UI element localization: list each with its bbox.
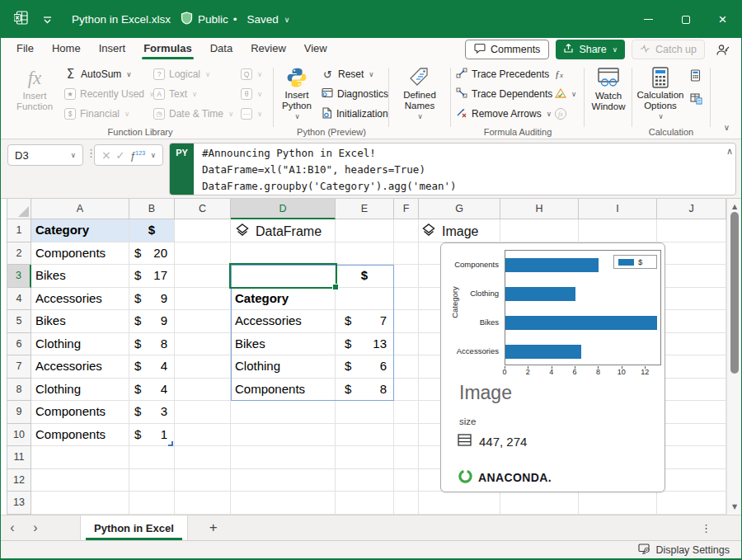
menu-tab-formulas[interactable]: Formulas bbox=[134, 38, 201, 61]
sheet-tab-python-in-excel[interactable]: Python in Excel bbox=[80, 515, 188, 541]
row-header-4[interactable]: 4 bbox=[7, 288, 31, 311]
col-header-H[interactable]: H bbox=[500, 199, 579, 219]
evaluate-formula-button[interactable]: fx bbox=[552, 105, 569, 123]
cell-F10[interactable] bbox=[394, 424, 419, 447]
cell-B5[interactable]: $9 bbox=[129, 310, 175, 333]
cell-F4[interactable] bbox=[394, 288, 419, 311]
scroll-up-button[interactable]: ▲ bbox=[727, 200, 741, 212]
cell-B13[interactable] bbox=[129, 492, 175, 515]
cell-E13[interactable] bbox=[336, 492, 394, 515]
menu-tab-view[interactable]: View bbox=[295, 38, 336, 61]
cell-D9[interactable] bbox=[231, 401, 336, 424]
cell-B2[interactable]: $20 bbox=[129, 242, 175, 266]
row-header-1[interactable]: 1 bbox=[7, 219, 31, 242]
cell-B1[interactable]: $ bbox=[129, 219, 175, 242]
insert-python-button[interactable]: Insert Python ∨ bbox=[276, 64, 317, 122]
cell-D2[interactable] bbox=[231, 242, 336, 266]
add-sheet-button[interactable]: + bbox=[209, 520, 218, 536]
cell-E1[interactable] bbox=[336, 219, 394, 242]
cell-H1[interactable] bbox=[500, 219, 579, 242]
menu-tab-file[interactable]: File bbox=[7, 38, 43, 61]
cell-I13[interactable] bbox=[579, 492, 657, 515]
trace-dependents-button[interactable]: Trace Dependents bbox=[453, 85, 555, 103]
cell-A1[interactable]: Category bbox=[31, 219, 129, 242]
close-button[interactable]: × bbox=[704, 1, 741, 38]
menu-tab-data[interactable]: Data bbox=[201, 38, 242, 61]
cell-E7[interactable]: $6 bbox=[336, 355, 394, 379]
cell-A11[interactable] bbox=[31, 446, 129, 469]
cell-B11[interactable] bbox=[129, 446, 175, 469]
math-trig-button[interactable]: θ ∨ bbox=[238, 85, 265, 103]
cell-F3[interactable] bbox=[394, 265, 419, 288]
date-time-button[interactable]: ◷ Date & Time ∨ bbox=[151, 105, 236, 123]
cell-D7[interactable]: Clothing bbox=[231, 355, 336, 379]
row-header-11[interactable]: 11 bbox=[7, 446, 31, 469]
cell-E2[interactable] bbox=[336, 242, 394, 266]
cell-E9[interactable] bbox=[336, 401, 394, 424]
cell-C5[interactable] bbox=[175, 310, 231, 333]
cell-C4[interactable] bbox=[175, 288, 231, 311]
cell-F6[interactable] bbox=[394, 333, 419, 356]
cell-A12[interactable] bbox=[31, 469, 129, 492]
cell-A10[interactable]: Components bbox=[31, 424, 129, 447]
select-all-corner[interactable] bbox=[7, 199, 31, 219]
cell-F13[interactable] bbox=[394, 492, 419, 515]
row-header-8[interactable]: 8 bbox=[7, 379, 31, 402]
cell-D11[interactable] bbox=[231, 446, 336, 469]
cell-D12[interactable] bbox=[231, 469, 336, 492]
save-status-caret-icon[interactable]: ∨ bbox=[284, 16, 290, 24]
cell-E12[interactable] bbox=[336, 469, 394, 492]
financial-button[interactable]: $ Financial ∨ bbox=[62, 105, 132, 123]
reset-button[interactable]: ↺ Reset ∨ bbox=[319, 65, 377, 83]
cell-A13[interactable] bbox=[31, 492, 129, 515]
cell-A4[interactable]: Accessories bbox=[31, 288, 129, 311]
calculate-now-button[interactable] bbox=[688, 68, 703, 86]
remove-arrows-button[interactable]: Remove Arrows ∨ bbox=[453, 105, 554, 123]
python-output-caret-icon[interactable]: ∨ bbox=[151, 151, 156, 159]
cell-D4[interactable]: Category bbox=[231, 288, 336, 311]
row-header-10[interactable]: 10 bbox=[7, 424, 31, 447]
cell-C2[interactable] bbox=[175, 242, 231, 266]
cell-J2[interactable] bbox=[657, 242, 726, 266]
display-settings-button[interactable]: Display Settings bbox=[638, 541, 730, 559]
python-output-menu-button[interactable]: ƒ123 bbox=[129, 149, 145, 162]
row-header-9[interactable]: 9 bbox=[7, 401, 31, 424]
cell-E11[interactable] bbox=[336, 446, 394, 469]
cell-B3[interactable]: $17 bbox=[129, 265, 175, 288]
cell-B8[interactable]: $4 bbox=[129, 379, 175, 402]
cell-B12[interactable] bbox=[129, 469, 175, 492]
comments-button[interactable]: Comments bbox=[465, 40, 549, 59]
row-header-12[interactable]: 12 bbox=[7, 469, 31, 492]
row-header-13[interactable]: 13 bbox=[7, 492, 31, 515]
initialization-button[interactable]: Initialization bbox=[319, 105, 391, 123]
diagnostics-button[interactable]: Diagnostics bbox=[319, 85, 391, 103]
minimize-button[interactable] bbox=[630, 1, 667, 38]
vertical-scrollbar-thumb[interactable] bbox=[730, 212, 739, 374]
cell-F5[interactable] bbox=[394, 310, 419, 333]
cell-J9[interactable] bbox=[657, 401, 726, 424]
document-title[interactable]: Python in Excel.xlsx bbox=[72, 13, 171, 26]
col-header-C[interactable]: C bbox=[175, 199, 231, 219]
more-functions-button[interactable]: ⋯ ∨ bbox=[238, 105, 265, 123]
cell-B7[interactable]: $4 bbox=[129, 355, 175, 379]
collapse-formula-bar-button[interactable]: ∧ bbox=[726, 146, 733, 157]
vertical-scrollbar[interactable]: ▲ ▼ bbox=[726, 199, 741, 515]
row-header-3[interactable]: 3 bbox=[7, 265, 31, 288]
logical-button[interactable]: ? Logical ∨ bbox=[151, 65, 213, 83]
cell-E3[interactable]: $ bbox=[336, 265, 394, 288]
cell-C3[interactable] bbox=[175, 265, 231, 288]
cell-F12[interactable] bbox=[394, 469, 419, 492]
row-header-5[interactable]: 5 bbox=[7, 310, 31, 333]
cell-D6[interactable]: Bikes bbox=[231, 333, 336, 356]
sheet-nav-prev-button[interactable]: ‹ bbox=[1, 520, 24, 535]
error-checking-button[interactable]: ∨ bbox=[552, 85, 579, 103]
cell-J10[interactable] bbox=[657, 424, 726, 447]
cell-F8[interactable] bbox=[394, 379, 419, 402]
col-header-J[interactable]: J bbox=[657, 199, 726, 219]
enter-button[interactable]: ✓ bbox=[115, 149, 124, 162]
save-status[interactable]: Saved bbox=[247, 13, 279, 26]
cell-F7[interactable] bbox=[394, 355, 419, 379]
col-header-D[interactable]: D bbox=[231, 199, 336, 219]
sensitivity-label[interactable]: Public bbox=[198, 13, 228, 26]
insert-function-button[interactable]: fx Insert Function bbox=[11, 64, 59, 122]
